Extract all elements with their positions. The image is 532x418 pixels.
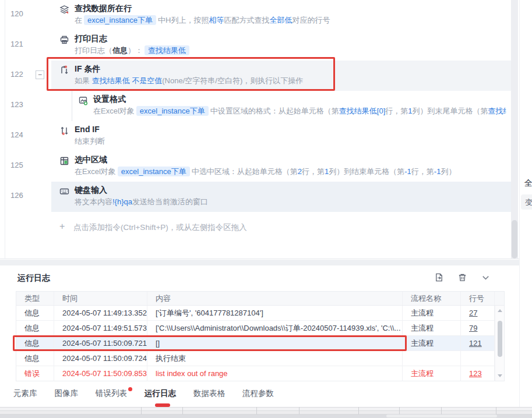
log-flow-name: 主流程 <box>403 336 461 350</box>
log-scrollbar-thumb[interactable] <box>498 321 502 357</box>
tab-错误列表[interactable]: 错误列表 <box>96 385 127 402</box>
log-row[interactable]: 错误2024-05-07 11:50:09.853list index out … <box>16 366 504 381</box>
log-flow-name: 主流程 <box>403 306 461 320</box>
step-body-126[interactable]: 键盘输入将文本内容!{h}qa发送给当前激活的窗口 <box>51 182 511 212</box>
strip-row-1 <box>0 407 532 411</box>
variable-chip: excel_instance下单 <box>84 15 156 25</box>
log-line-link[interactable]: 79 <box>469 324 477 332</box>
step-line-number: 122 <box>10 70 36 79</box>
tab-图像库[interactable]: 图像库 <box>55 385 79 402</box>
desc-segment: 结束判断 <box>75 137 105 146</box>
log-line-link[interactable]: 121 <box>469 339 482 348</box>
desc-segment: 在Excel对象 <box>75 167 116 176</box>
collapse-if-toggle[interactable]: − <box>36 70 44 79</box>
strip-column-divider <box>182 407 183 415</box>
log-column-header: 类型 <box>16 292 54 305</box>
log-content: 执行结束 <box>147 351 403 366</box>
step-body-122[interactable]: IF 条件如果 查找结果低 不是空值(None/空字符串/空白符)，则执行以下操… <box>51 61 511 91</box>
add-instruction-row[interactable]: + 点击添加指令(Ctrl+Shift+P)，或从左侧指令区拖入 <box>0 212 511 241</box>
flow-editor: 120查找数据所在行在excel_instance下单中H列上，按照相等匹配方式… <box>0 0 519 259</box>
log-row[interactable]: 信息2024-05-07 11:49:51.573['C:\\Users\\Ad… <box>16 321 504 336</box>
step-description: 打印日志（信息）：查找结果低 <box>75 44 506 57</box>
desc-segment: 列）到结束单元格（第 <box>329 167 404 176</box>
right-panel-partial-chip[interactable]: 变 <box>521 194 532 210</box>
step-body-120[interactable]: 查找数据所在行在excel_instance下单中H列上，按照相等匹配方式查找全… <box>51 0 511 30</box>
step-body-123[interactable]: 设置格式在Excel对象excel_instance下单中设置区域的格式：从起始… <box>51 91 511 121</box>
log-time: 2024-05-07 11:49:51.573 <box>54 321 147 335</box>
flow-scrollbar-thumb[interactable] <box>512 220 517 258</box>
rpa-editor-screen: 120查找数据所在行在excel_instance下单中H列上，按照相等匹配方式… <box>0 0 532 418</box>
log-table-header: 类型时间内容流程名称行号 <box>16 292 504 306</box>
desc-segment: 行，第 <box>411 167 434 176</box>
tab-数据表格[interactable]: 数据表格 <box>193 385 225 402</box>
active-tab-indicator <box>155 403 170 407</box>
log-table-scrollbar[interactable] <box>495 306 504 381</box>
right-panel-partial-title: 全 <box>524 178 532 189</box>
step-title: 查找数据所在行 <box>75 2 506 14</box>
select-range-icon <box>59 156 70 167</box>
desc-segment: 打印日志（ <box>75 46 112 55</box>
log-content: list index out of range <box>147 366 403 381</box>
step-title: 设置格式 <box>93 93 506 105</box>
variable-chip: 查找结果低 <box>145 45 189 55</box>
step-title: 键盘输入 <box>75 184 506 196</box>
step-line-number: 121 <box>10 40 36 48</box>
keyboard-icon <box>59 186 70 197</box>
desc-segment: 列） <box>441 167 456 176</box>
step-title: End IF <box>75 123 506 135</box>
strip-column-divider <box>299 407 300 415</box>
right-side-panel: 全 变 <box>519 0 532 418</box>
step-line-number: 120 <box>10 9 36 18</box>
step-description: 如果 查找结果低 不是空值(None/空字符串/空白符)，则执行以下操作 <box>75 75 506 87</box>
desc-segment: 如果 <box>75 76 92 85</box>
log-row[interactable]: 信息2024-05-07 11:50:09.721[]主流程121 <box>16 336 504 351</box>
scroll-up-arrow-icon[interactable] <box>498 309 502 312</box>
log-line-link[interactable]: 27 <box>469 309 477 317</box>
tab-流程参数[interactable]: 流程参数 <box>242 385 274 402</box>
log-flow-name: 主流程 <box>403 321 461 335</box>
run-log-table: 类型时间内容流程名称行号 信息2024-05-07 11:49:13.352['… <box>16 291 505 381</box>
add-instruction-hint: 点击添加指令(Ctrl+Shift+P)，或从左侧指令区拖入 <box>73 222 247 233</box>
log-line-cell <box>461 351 495 366</box>
desc-segment: 全部低 <box>269 16 292 24</box>
log-time: 2024-05-07 11:50:09.721 <box>54 336 147 350</box>
printer-icon <box>59 35 70 45</box>
scroll-down-arrow-icon[interactable] <box>498 374 502 377</box>
horizontal-scrollbar-thumb[interactable] <box>386 415 497 417</box>
tab-运行日志[interactable]: 运行日志 <box>145 385 176 402</box>
log-line-cell: 27 <box>461 306 495 320</box>
log-row[interactable]: 信息2024-05-07 11:49:13.352['订单编号', '60417… <box>16 306 504 321</box>
step-body-121[interactable]: 打印日志打印日志（信息）：查找结果低 <box>51 30 511 61</box>
log-column-header: 内容 <box>147 292 403 305</box>
log-content: ['订单编号', '604177781287104'] <box>147 306 403 320</box>
step-body-124[interactable]: End IF结束判断 <box>51 121 511 151</box>
log-row[interactable]: 信息2024-05-07 11:50:09.724执行结束 <box>16 351 504 366</box>
desc-segment: 中设置区域的格式：从起始单元格（第 <box>210 107 339 115</box>
log-time: 2024-05-07 11:49:13.352 <box>54 306 147 320</box>
desc-segment: 查找结果低[0] <box>339 107 385 115</box>
tab-元素库[interactable]: 元素库 <box>13 385 37 402</box>
clear-log-trash-icon[interactable] <box>457 272 468 283</box>
if-branch-icon <box>59 65 70 76</box>
log-line-link[interactable]: 123 <box>469 369 482 378</box>
desc-segment: (None/空字符串/空白符)，则执行以下操作 <box>162 76 303 85</box>
panel-gap <box>0 260 519 265</box>
export-log-icon[interactable] <box>434 272 445 283</box>
collapse-panel-chevron-icon[interactable] <box>481 272 491 283</box>
desc-segment: 在Excel对象 <box>93 107 135 115</box>
desc-segment: !{h}qa <box>112 197 132 206</box>
flow-vertical-scrollbar[interactable] <box>511 0 518 259</box>
step-body-125[interactable]: 选中区域在Excel对象excel_instance下单中选中区域：从起始单元格… <box>51 151 511 182</box>
log-flow-name <box>403 351 461 366</box>
find-data-row-icon <box>59 5 70 15</box>
desc-segment: -1 <box>434 167 441 176</box>
step-title: 打印日志 <box>75 33 506 44</box>
log-column-header: 流程名称 <box>403 292 461 305</box>
desc-segment: 查找结... <box>488 107 507 115</box>
log-type: 信息 <box>16 336 54 350</box>
if-child-guide-line <box>72 91 72 121</box>
desc-segment: 匹配方式查找 <box>224 16 269 24</box>
strip-column-divider <box>256 407 257 415</box>
desc-segment: 信息 <box>112 46 128 55</box>
desc-segment: 行，第 <box>302 167 325 176</box>
